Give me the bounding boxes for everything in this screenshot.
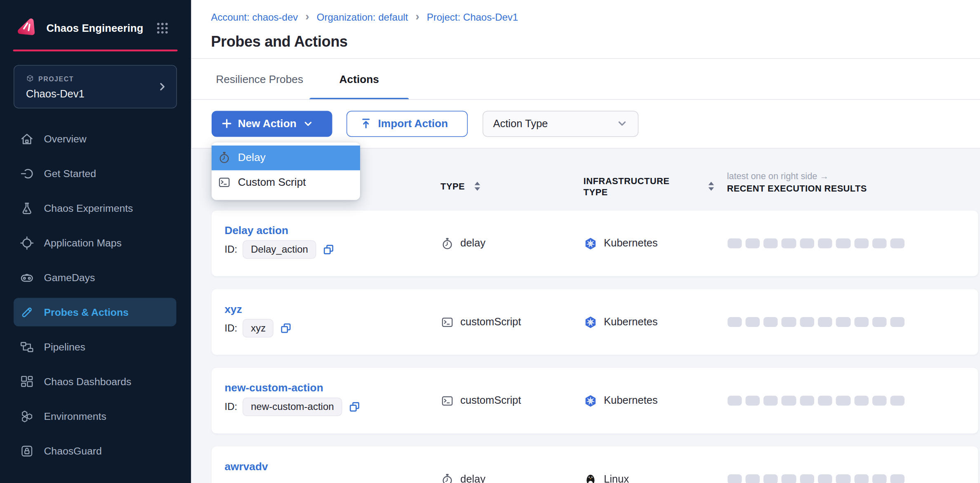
breadcrumb-link[interactable]: Account: chaos-dev [211, 12, 298, 23]
breadcrumb-link[interactable]: Organization: default [317, 12, 408, 23]
breadcrumb-link[interactable]: Project: Chaos-Dev1 [427, 12, 518, 23]
sidebar-item-probes-actions[interactable]: Probes & Actions [0, 295, 191, 329]
sort-icon[interactable] [708, 182, 715, 192]
execution-result-placeholder [763, 238, 778, 249]
action-id-chip: new-custom-action [243, 398, 342, 416]
action-id-row: ID: new-custom-action [225, 398, 360, 416]
flask-icon [20, 201, 34, 215]
tab-actions[interactable]: Actions [309, 59, 409, 100]
execution-result-placeholder [727, 238, 742, 249]
new-action-button[interactable]: New Action [211, 111, 332, 137]
execution-result-placeholder [872, 238, 887, 249]
id-label: ID: [225, 401, 238, 412]
tab-resilience-probes[interactable]: Resilience Probes [210, 59, 310, 100]
action-row: xyz ID: xyz customScript Kubernetes [212, 289, 978, 355]
project-chevron-right-icon [157, 81, 168, 92]
execution-result-placeholder [800, 395, 814, 406]
menu-item-delay[interactable]: Delay [211, 145, 360, 170]
execution-result-placeholder [818, 474, 832, 483]
environments-icon [20, 409, 34, 424]
project-selector[interactable]: PROJECT Chaos-Dev1 [14, 65, 177, 109]
execution-result-placeholder [782, 474, 796, 483]
menu-item-custom-script[interactable]: Custom Script [211, 170, 360, 195]
module-grid-icon[interactable] [156, 22, 169, 35]
new-action-menu: Delay Custom Script [211, 142, 360, 200]
page-title: Probes and Actions [211, 33, 348, 50]
execution-result-placeholder [836, 395, 850, 406]
action-name-link[interactable]: awrvadv [225, 460, 268, 474]
execution-result-placeholder [727, 395, 742, 406]
sidebar-item-pipelines[interactable]: Pipelines [0, 329, 191, 364]
sidebar-item-chaosguard[interactable]: ChaosGuard [0, 433, 191, 468]
recent-results-cell [727, 368, 905, 433]
action-name-link[interactable]: new-custom-action [225, 381, 323, 395]
sidebar-nav: Overview Get Started Chaos Experiments A… [0, 121, 191, 468]
action-id-chip: xyz [243, 319, 274, 337]
recent-results-cell [727, 447, 905, 483]
sidebar-item-label: Pipelines [44, 341, 85, 353]
execution-result-placeholder [890, 317, 905, 327]
execution-result-placeholder [836, 317, 850, 327]
execution-result-placeholder [818, 317, 832, 327]
execution-result-placeholder [818, 238, 832, 249]
terminal-icon [441, 394, 454, 407]
infrastructure-cell: Linux [584, 447, 629, 483]
execution-result-placeholder [854, 395, 869, 406]
execution-result-placeholder [836, 474, 850, 483]
column-header-infrastructure[interactable]: INFRASTRUCTURE TYPE [584, 176, 683, 198]
infrastructure-cell: Kubernetes [584, 368, 657, 433]
action-name-link[interactable]: xyz [225, 303, 242, 316]
sidebar-item-chaos-dashboards[interactable]: Chaos Dashboards [0, 364, 191, 399]
sidebar-item-overview[interactable]: Overview [0, 121, 191, 156]
project-cube-icon [26, 74, 34, 83]
tab-bar: Resilience ProbesActions [210, 59, 409, 100]
probe-icon [20, 305, 34, 320]
stopwatch-icon [441, 237, 454, 250]
execution-result-placeholder [872, 395, 887, 406]
action-id-row: ID: Delay_action [225, 240, 334, 259]
infrastructure-cell: Kubernetes [584, 289, 657, 355]
execution-result-placeholder [745, 317, 760, 327]
import-icon [360, 118, 372, 130]
sort-icon[interactable] [474, 182, 481, 192]
sidebar-item-label: Application Maps [44, 237, 122, 249]
copy-icon[interactable] [323, 244, 334, 255]
sidebar-item-label: Environments [44, 410, 106, 422]
stopwatch-icon [217, 151, 231, 164]
column-header-type[interactable]: TYPE [441, 182, 465, 192]
execution-result-placeholder [800, 317, 814, 327]
execution-result-placeholder [872, 474, 887, 483]
kubernetes-icon [584, 315, 597, 329]
pipelines-icon [20, 340, 34, 354]
execution-result-placeholder [782, 317, 796, 327]
sidebar-item-chaos-experiments[interactable]: Chaos Experiments [0, 191, 191, 225]
execution-result-placeholder [782, 238, 796, 249]
execution-result-placeholder [890, 474, 905, 483]
import-action-button[interactable]: Import Action [346, 111, 467, 137]
sidebar-item-gamedays[interactable]: GameDays [0, 260, 191, 295]
action-type-filter[interactable]: Action Type [483, 111, 638, 137]
sidebar-item-get-started[interactable]: Get Started [0, 156, 191, 191]
breadcrumb-separator-icon: › [415, 9, 419, 23]
sidebar-item-environments[interactable]: Environments [0, 399, 191, 433]
copy-icon[interactable] [349, 401, 360, 412]
main-content: Account: chaos-dev›Organization: default… [191, 0, 980, 483]
tabs-divider [191, 99, 980, 100]
gamepad-icon [20, 270, 34, 285]
execution-result-placeholder [745, 238, 760, 249]
dashboards-icon [20, 374, 34, 389]
stopwatch-icon [441, 473, 454, 483]
execution-result-placeholder [836, 238, 850, 249]
chaosguard-icon [20, 444, 34, 458]
terminal-icon [217, 176, 231, 189]
application-maps-icon [20, 236, 34, 250]
action-name-link[interactable]: Delay action [225, 224, 289, 237]
chevron-down-icon [616, 118, 628, 130]
sidebar-item-application-maps[interactable]: Application Maps [0, 225, 191, 260]
linux-icon [584, 473, 597, 483]
copy-icon[interactable] [280, 323, 292, 334]
id-label: ID: [225, 244, 238, 255]
type-cell: delay [441, 447, 485, 483]
breadcrumb-separator-icon: › [305, 9, 309, 23]
column-header-results: RECENT EXECUTION RESULTS [727, 183, 867, 193]
